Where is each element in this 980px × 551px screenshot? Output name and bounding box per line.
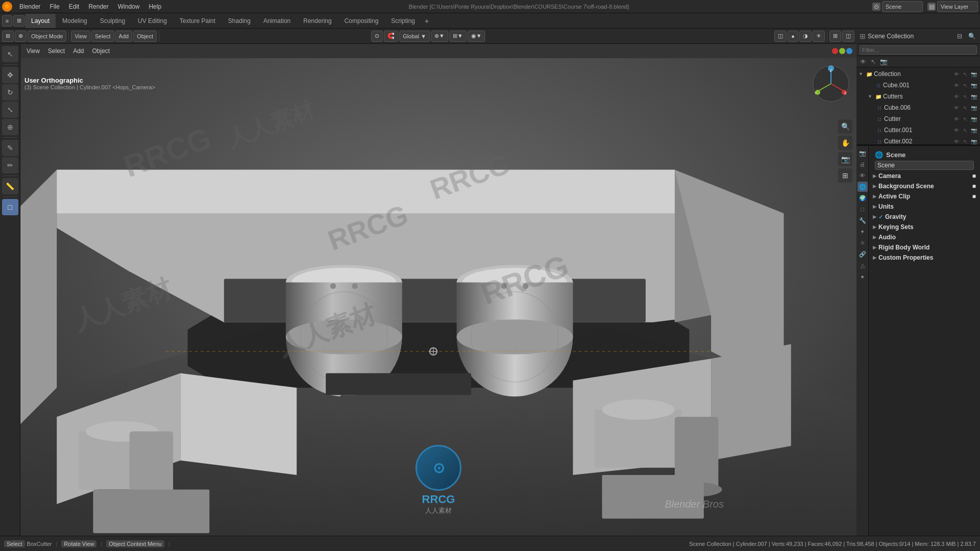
outliner-eye-icon[interactable]: 👁 (859, 57, 868, 66)
prop-constraint-btn[interactable]: 🔗 (857, 249, 868, 259)
section-rigid-body[interactable]: ▶ Rigid Body World (871, 242, 978, 253)
tool-annotate-line[interactable]: ✏ (2, 157, 18, 173)
tool-transform[interactable]: ⊕ (2, 119, 18, 135)
cutter001-eye[interactable]: 👁 (952, 126, 961, 134)
scene-selector-icon[interactable]: ⊙ (872, 3, 880, 11)
tab-rendering[interactable]: Rendering (297, 14, 337, 28)
cube006-camera[interactable]: 📷 (970, 104, 978, 112)
vp-select-menu[interactable]: Select (46, 46, 67, 56)
global-transform[interactable]: Global ▼ (399, 31, 430, 42)
cutter-eye[interactable]: 👁 (952, 115, 961, 123)
outliner-filter-btn[interactable]: ⊟ (954, 31, 965, 41)
menu-window[interactable]: Window (114, 2, 144, 11)
cube001-eye[interactable]: 👁 (952, 81, 961, 89)
workspace-grid-icon[interactable]: ⊞ (13, 15, 24, 27)
tab-uv-editing[interactable]: UV Editing (132, 14, 173, 28)
tree-item-cutter002[interactable]: □ Cutter.002 👁 ↖ 📷 (856, 136, 980, 144)
nav-grid[interactable]: ⊞ (838, 168, 852, 183)
scene-selector[interactable]: Scene (882, 1, 923, 12)
prop-render-btn[interactable]: 📷 (857, 148, 868, 158)
view-menu[interactable]: View (71, 31, 90, 42)
tab-texture-paint[interactable]: Texture Paint (174, 14, 222, 28)
tool-active[interactable]: □ (2, 199, 18, 215)
editor-type-btn[interactable]: ⊞ (2, 31, 14, 42)
tool-measure[interactable]: 📏 (2, 178, 18, 194)
section-gravity[interactable]: ▶ ✓ Gravity (871, 212, 978, 222)
shading-solid[interactable]: ● (788, 31, 798, 42)
prop-data-btn[interactable]: △ (857, 260, 868, 270)
cutters-eye[interactable]: 👁 (952, 92, 961, 101)
prop-world-btn[interactable]: 🌍 (857, 193, 868, 203)
cutters-camera[interactable]: 📷 (970, 92, 978, 101)
workspace-sidebar-toggle[interactable]: ≡ (2, 15, 12, 27)
nav-pan[interactable]: ✋ (838, 136, 852, 150)
vp-object-menu[interactable]: Object (90, 46, 112, 56)
cube006-select[interactable]: ↖ (961, 104, 969, 112)
cutter001-camera[interactable]: 📷 (970, 126, 978, 134)
tab-scripting[interactable]: Scripting (385, 14, 421, 28)
prop-material-btn[interactable]: ● (857, 271, 868, 282)
scene-name-value[interactable]: Scene (875, 161, 974, 170)
tool-annotate[interactable]: ✎ (2, 140, 18, 156)
tree-item-collection[interactable]: ▼ 📁 Collection 👁 ↖ 📷 (856, 68, 980, 80)
prop-object-btn[interactable]: □ (857, 204, 868, 214)
cube001-camera[interactable]: 📷 (970, 81, 978, 89)
tool-cursor[interactable]: ↖ (2, 46, 18, 62)
section-keying-sets[interactable]: ▶ Keying Sets (871, 222, 978, 232)
nav-zoom[interactable]: 🔍 (838, 119, 852, 134)
tab-animation[interactable]: Animation (257, 14, 297, 28)
cube006-eye[interactable]: 👁 (952, 104, 961, 112)
vp-add-menu[interactable]: Add (71, 46, 86, 56)
section-active-clip[interactable]: ▶ Active Clip ■ (871, 191, 978, 202)
shading-rendered[interactable]: ☀ (813, 31, 825, 42)
collection-eye[interactable]: 👁 (952, 70, 961, 78)
xray-toggle[interactable]: ◫ (842, 31, 854, 42)
tab-shading[interactable]: Shading (222, 14, 257, 28)
cutter-camera[interactable]: 📷 (970, 115, 978, 123)
cutter002-eye[interactable]: 👁 (952, 137, 961, 144)
cutter002-camera[interactable]: 📷 (970, 137, 978, 144)
tool-move[interactable]: ✥ (2, 67, 18, 83)
view-layer-selector[interactable]: View Layer (937, 1, 978, 12)
vp-view-menu[interactable]: View (24, 46, 42, 56)
tool-rotate[interactable]: ↻ (2, 84, 18, 101)
layer-selector-icon[interactable]: ▤ (927, 3, 936, 11)
mode-select[interactable]: Object Mode (28, 31, 66, 42)
menu-render[interactable]: Render (84, 2, 112, 11)
outliner-render-icon[interactable]: 📷 (879, 57, 888, 66)
tree-item-cutter001[interactable]: □ Cutter.001 👁 ↖ 📷 (856, 124, 980, 136)
tab-layout[interactable]: Layout (25, 14, 56, 28)
menu-blender[interactable]: Blender (15, 2, 44, 11)
tab-sculpting[interactable]: Sculpting (94, 14, 131, 28)
menu-edit[interactable]: Edit (65, 2, 84, 11)
section-units[interactable]: ▶ Units (871, 202, 978, 212)
prop-particle-btn[interactable]: ✦ (857, 227, 868, 237)
gravity-check[interactable]: ✓ (878, 214, 883, 220)
cutter-select[interactable]: ↖ (961, 115, 969, 123)
prop-output-btn[interactable]: 🖨 (857, 159, 868, 169)
proportional-edit-btn[interactable]: ⊙ (371, 31, 383, 42)
pivot-point[interactable]: ⊕▼ (431, 31, 448, 42)
cube001-select[interactable]: ↖ (961, 81, 969, 89)
proportional[interactable]: ◉▼ (468, 31, 485, 42)
section-bg-scene[interactable]: ▶ Background Scene ■ (871, 181, 978, 191)
tree-item-cube006[interactable]: □ Cube.006 👁 ↖ 📷 (856, 102, 980, 113)
snap-btn[interactable]: 🧲 (384, 31, 398, 42)
scene-canvas[interactable]: RRCG 人人素材 RRCG 人人素材 RRCG 人人素材 RRCG (20, 58, 856, 536)
section-camera[interactable]: ▶ Camera ■ (871, 171, 978, 181)
tab-modeling[interactable]: Modeling (56, 14, 93, 28)
section-custom-props[interactable]: ▶ Custom Properties (871, 253, 978, 263)
snap-to[interactable]: ⊞▼ (449, 31, 467, 42)
cutter001-select[interactable]: ↖ (961, 126, 969, 134)
tree-item-cube001[interactable]: □ Cube.001 👁 ↖ 📷 (856, 80, 980, 91)
shading-wireframe[interactable]: ◫ (774, 31, 787, 42)
cutters-select[interactable]: ↖ (961, 92, 969, 101)
outliner-search-btn[interactable]: 🔍 (967, 31, 977, 41)
prop-modifier-btn[interactable]: 🔧 (857, 215, 868, 226)
prop-scene-btn[interactable]: 🌐 (857, 182, 868, 192)
nav-camera[interactable]: 📷 (838, 152, 852, 166)
add-menu[interactable]: Add (115, 31, 133, 42)
prop-physics-btn[interactable]: ⚛ (857, 238, 868, 248)
cutter002-select[interactable]: ↖ (961, 137, 969, 144)
menu-file[interactable]: File (45, 2, 63, 11)
